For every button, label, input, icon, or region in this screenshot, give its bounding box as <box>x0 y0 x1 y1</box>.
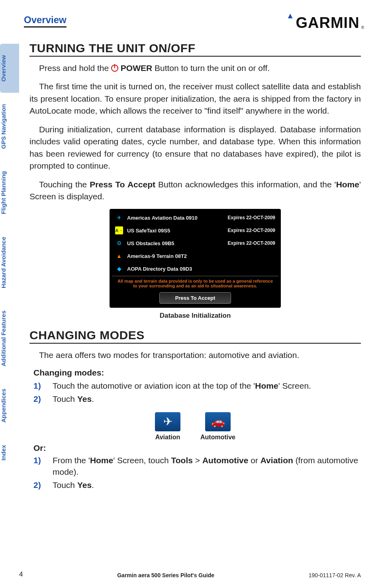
automotive-label: Automotive <box>200 434 235 441</box>
heading-turning-unit-on-off: TURNING THE UNIT ON/OFF <box>29 41 361 57</box>
tab-appendices[interactable]: Appendices <box>0 378 19 434</box>
database-init-screenshot: ✈ Americas Aviation Data 0910 Expires 22… <box>110 209 281 308</box>
page-footer: 4 Garmin aera 500 Series Pilot's Guide 1… <box>19 570 361 578</box>
garmin-registered: ® <box>361 26 364 30</box>
p-during-init: During initialization, current database … <box>29 124 361 172</box>
mode-icon-row: ✈ Aviation 🚗 Automotive <box>29 412 361 441</box>
aviation-icon[interactable]: ✈ <box>155 412 180 431</box>
db-disclaimer: All map and terrain data provided is onl… <box>112 276 278 290</box>
p-two-modes: The aera offers two modes for transporta… <box>29 349 361 361</box>
caption-db-init: Database Initialization <box>29 312 361 320</box>
or-label: Or: <box>33 443 361 453</box>
step-number: 2) <box>33 393 45 405</box>
plane-icon: ✈ <box>115 214 123 222</box>
p-first-time: The first time the unit is turned on, th… <box>29 81 361 117</box>
step-1-touch-icon: 1) Touch the automotive or aviation icon… <box>33 380 361 391</box>
or-step-1: 1) From the 'Home' Screen, touch Tools >… <box>33 454 361 478</box>
db-row-aviation-data: ✈ Americas Aviation Data 0910 Expires 22… <box>112 211 278 224</box>
aopa-icon: ◆ <box>115 265 123 273</box>
terrain-icon: ▲ <box>115 252 123 260</box>
garmin-wordmark: GARMIN <box>296 14 360 31</box>
tab-overview[interactable]: Overview <box>0 44 19 93</box>
sub-changing-modes: Changing modes: <box>33 368 361 378</box>
garmin-logo: ▲ GARMIN ® <box>286 14 364 31</box>
p-touching-accept: Touching the Press To Accept Button ackn… <box>29 179 361 203</box>
tab-index[interactable]: Index <box>0 434 19 472</box>
footer-rev: 190-01117-02 Rev. A <box>309 572 361 578</box>
side-tabs: Overview GPS Navigation Flight Planning … <box>0 44 19 472</box>
p-press-hold: Press and hold the POWER Button to turn … <box>29 62 361 74</box>
step-number: 1) <box>33 380 45 391</box>
heading-changing-modes: CHANGING MODES <box>29 328 361 344</box>
footer-title: Garmin aera 500 Series Pilot's Guide <box>117 572 214 578</box>
press-to-accept-button[interactable]: Press To Accept <box>159 292 231 304</box>
db-row-terrain: ▲ Americas-9 Terrain 08T2 <box>112 250 278 262</box>
page-number: 4 <box>19 570 23 578</box>
automotive-icon[interactable]: 🚗 <box>205 412 231 431</box>
db-row-safetaxi: A→ US SafeTaxi 09S5 Expires 22-OCT-2009 <box>112 224 278 237</box>
tab-gps-navigation[interactable]: GPS Navigation <box>0 93 19 160</box>
step-number: 1) <box>33 454 45 478</box>
tab-additional-features[interactable]: Additional Features <box>0 299 19 378</box>
safetaxi-icon: A→ <box>115 226 123 234</box>
aviation-label: Aviation <box>155 434 180 441</box>
db-row-aopa: ◆ AOPA Directory Data 09D3 <box>112 262 278 275</box>
or-step-2: 2) Touch Yes. <box>33 479 361 491</box>
db-row-obstacles: ⚙ US Obstacles 09B5 Expires 22-OCT-2009 <box>112 237 278 250</box>
tab-hazard-avoidance[interactable]: Hazard Avoidance <box>0 226 19 299</box>
garmin-triangle-icon: ▲ <box>286 11 294 20</box>
tab-flight-planning[interactable]: Flight Planning <box>0 160 19 225</box>
step-2-touch-yes: 2) Touch Yes. <box>33 393 361 405</box>
power-icon <box>111 65 118 72</box>
section-label: Overview <box>24 14 67 28</box>
obstacle-icon: ⚙ <box>115 239 123 247</box>
step-number: 2) <box>33 479 45 491</box>
